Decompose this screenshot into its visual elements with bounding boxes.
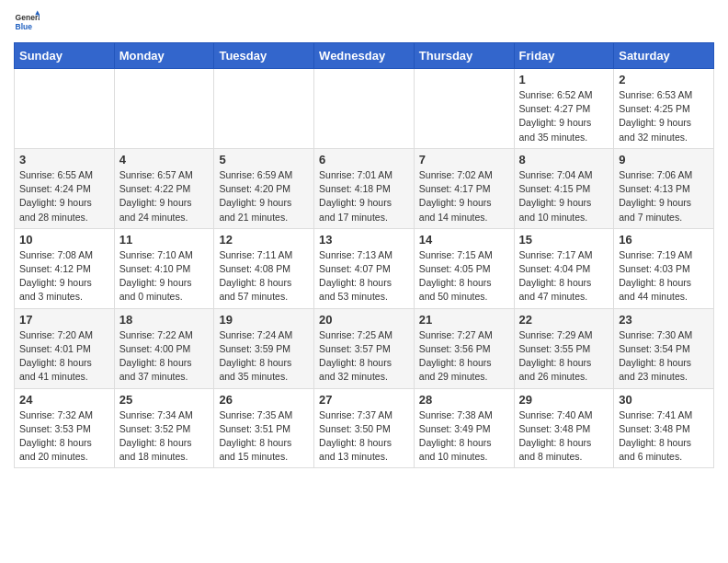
logo-icon: General Blue: [14, 9, 40, 35]
week-row-4: 17Sunrise: 7:20 AM Sunset: 4:01 PM Dayli…: [15, 308, 714, 388]
logo: General Blue: [14, 9, 41, 35]
day-number: 6: [319, 153, 409, 167]
day-number: 3: [19, 153, 109, 167]
day-number: 27: [319, 393, 409, 407]
calendar-cell: 18Sunrise: 7:22 AM Sunset: 4:00 PM Dayli…: [114, 308, 214, 388]
calendar-cell: 3Sunrise: 6:55 AM Sunset: 4:24 PM Daylig…: [15, 148, 115, 228]
day-number: 16: [619, 233, 709, 247]
day-number: 26: [219, 393, 309, 407]
week-row-2: 3Sunrise: 6:55 AM Sunset: 4:24 PM Daylig…: [15, 148, 714, 228]
day-info: Sunrise: 7:38 AM Sunset: 3:49 PM Dayligh…: [419, 408, 509, 465]
calendar-cell: 6Sunrise: 7:01 AM Sunset: 4:18 PM Daylig…: [314, 148, 415, 228]
day-info: Sunrise: 7:32 AM Sunset: 3:53 PM Dayligh…: [19, 408, 109, 465]
calendar-cell: [214, 69, 314, 149]
calendar-cell: 11Sunrise: 7:10 AM Sunset: 4:10 PM Dayli…: [114, 228, 214, 308]
svg-text:Blue: Blue: [16, 22, 33, 31]
calendar-cell: [414, 69, 514, 149]
day-number: 2: [619, 73, 709, 86]
weekday-header-wednesday: Wednesday: [314, 43, 415, 69]
day-number: 4: [119, 153, 210, 167]
day-info: Sunrise: 6:57 AM Sunset: 4:22 PM Dayligh…: [119, 168, 210, 224]
day-number: 18: [119, 313, 210, 327]
day-info: Sunrise: 7:27 AM Sunset: 3:56 PM Dayligh…: [419, 328, 509, 385]
calendar-cell: 20Sunrise: 7:25 AM Sunset: 3:57 PM Dayli…: [314, 308, 415, 388]
calendar-cell: 22Sunrise: 7:29 AM Sunset: 3:55 PM Dayli…: [514, 308, 614, 388]
day-info: Sunrise: 7:37 AM Sunset: 3:50 PM Dayligh…: [319, 408, 409, 465]
day-info: Sunrise: 7:06 AM Sunset: 4:13 PM Dayligh…: [619, 168, 709, 224]
calendar-cell: 2Sunrise: 6:53 AM Sunset: 4:25 PM Daylig…: [614, 69, 714, 149]
calendar-cell: 13Sunrise: 7:13 AM Sunset: 4:07 PM Dayli…: [314, 228, 415, 308]
calendar-cell: 27Sunrise: 7:37 AM Sunset: 3:50 PM Dayli…: [314, 388, 415, 468]
day-info: Sunrise: 7:22 AM Sunset: 4:00 PM Dayligh…: [119, 328, 210, 385]
weekday-header-sunday: Sunday: [15, 43, 115, 69]
day-number: 29: [519, 393, 609, 407]
day-info: Sunrise: 7:41 AM Sunset: 3:48 PM Dayligh…: [619, 408, 709, 465]
day-number: 17: [19, 313, 109, 327]
day-number: 25: [119, 393, 210, 407]
weekday-header-friday: Friday: [514, 43, 614, 69]
calendar-cell: 21Sunrise: 7:27 AM Sunset: 3:56 PM Dayli…: [414, 308, 514, 388]
day-number: 14: [419, 233, 509, 247]
header: General Blue: [14, 9, 714, 35]
day-info: Sunrise: 7:19 AM Sunset: 4:03 PM Dayligh…: [619, 248, 709, 304]
day-number: 10: [19, 233, 109, 247]
week-row-3: 10Sunrise: 7:08 AM Sunset: 4:12 PM Dayli…: [15, 228, 714, 308]
day-number: 15: [519, 233, 609, 247]
day-info: Sunrise: 7:29 AM Sunset: 3:55 PM Dayligh…: [519, 328, 609, 385]
calendar-cell: 1Sunrise: 6:52 AM Sunset: 4:27 PM Daylig…: [514, 69, 614, 149]
day-number: 1: [519, 73, 609, 86]
day-info: Sunrise: 7:02 AM Sunset: 4:17 PM Dayligh…: [419, 168, 509, 224]
calendar-cell: 7Sunrise: 7:02 AM Sunset: 4:17 PM Daylig…: [414, 148, 514, 228]
calendar-cell: 28Sunrise: 7:38 AM Sunset: 3:49 PM Dayli…: [414, 388, 514, 468]
calendar-cell: 17Sunrise: 7:20 AM Sunset: 4:01 PM Dayli…: [15, 308, 115, 388]
calendar-cell: 12Sunrise: 7:11 AM Sunset: 4:08 PM Dayli…: [214, 228, 314, 308]
day-number: 8: [519, 153, 609, 167]
calendar-cell: [114, 69, 214, 149]
day-number: 12: [219, 233, 309, 247]
calendar-cell: 8Sunrise: 7:04 AM Sunset: 4:15 PM Daylig…: [514, 148, 614, 228]
day-info: Sunrise: 7:08 AM Sunset: 4:12 PM Dayligh…: [19, 248, 109, 304]
day-number: 28: [419, 393, 509, 407]
day-info: Sunrise: 7:15 AM Sunset: 4:05 PM Dayligh…: [419, 248, 509, 304]
day-number: 20: [319, 313, 409, 327]
day-info: Sunrise: 7:20 AM Sunset: 4:01 PM Dayligh…: [19, 328, 109, 385]
calendar-cell: 30Sunrise: 7:41 AM Sunset: 3:48 PM Dayli…: [614, 388, 714, 468]
day-number: 30: [619, 393, 709, 407]
calendar-cell: 10Sunrise: 7:08 AM Sunset: 4:12 PM Dayli…: [15, 228, 115, 308]
weekday-header-monday: Monday: [114, 43, 214, 69]
day-number: 23: [619, 313, 709, 327]
weekday-header-row: SundayMondayTuesdayWednesdayThursdayFrid…: [15, 43, 714, 69]
weekday-header-saturday: Saturday: [614, 43, 714, 69]
day-info: Sunrise: 7:24 AM Sunset: 3:59 PM Dayligh…: [219, 328, 309, 385]
day-number: 19: [219, 313, 309, 327]
calendar-cell: [15, 69, 115, 149]
week-row-1: 1Sunrise: 6:52 AM Sunset: 4:27 PM Daylig…: [15, 69, 714, 149]
calendar-cell: 29Sunrise: 7:40 AM Sunset: 3:48 PM Dayli…: [514, 388, 614, 468]
day-number: 13: [319, 233, 409, 247]
day-info: Sunrise: 7:04 AM Sunset: 4:15 PM Dayligh…: [519, 168, 609, 224]
calendar-cell: 14Sunrise: 7:15 AM Sunset: 4:05 PM Dayli…: [414, 228, 514, 308]
day-info: Sunrise: 7:10 AM Sunset: 4:10 PM Dayligh…: [119, 248, 210, 304]
day-info: Sunrise: 6:53 AM Sunset: 4:25 PM Dayligh…: [619, 88, 709, 144]
calendar-cell: 9Sunrise: 7:06 AM Sunset: 4:13 PM Daylig…: [614, 148, 714, 228]
calendar-cell: 15Sunrise: 7:17 AM Sunset: 4:04 PM Dayli…: [514, 228, 614, 308]
weekday-header-tuesday: Tuesday: [214, 43, 314, 69]
calendar-cell: 23Sunrise: 7:30 AM Sunset: 3:54 PM Dayli…: [614, 308, 714, 388]
day-number: 7: [419, 153, 509, 167]
day-info: Sunrise: 7:13 AM Sunset: 4:07 PM Dayligh…: [319, 248, 409, 304]
day-info: Sunrise: 7:30 AM Sunset: 3:54 PM Dayligh…: [619, 328, 709, 385]
calendar-cell: 24Sunrise: 7:32 AM Sunset: 3:53 PM Dayli…: [15, 388, 115, 468]
calendar-cell: [314, 69, 415, 149]
day-info: Sunrise: 7:34 AM Sunset: 3:52 PM Dayligh…: [119, 408, 210, 465]
calendar-cell: 19Sunrise: 7:24 AM Sunset: 3:59 PM Dayli…: [214, 308, 314, 388]
calendar-cell: 4Sunrise: 6:57 AM Sunset: 4:22 PM Daylig…: [114, 148, 214, 228]
day-number: 5: [219, 153, 309, 167]
day-info: Sunrise: 7:11 AM Sunset: 4:08 PM Dayligh…: [219, 248, 309, 304]
calendar-cell: 25Sunrise: 7:34 AM Sunset: 3:52 PM Dayli…: [114, 388, 214, 468]
day-info: Sunrise: 7:01 AM Sunset: 4:18 PM Dayligh…: [319, 168, 409, 224]
day-number: 24: [19, 393, 109, 407]
calendar-cell: 5Sunrise: 6:59 AM Sunset: 4:20 PM Daylig…: [214, 148, 314, 228]
day-info: Sunrise: 6:52 AM Sunset: 4:27 PM Dayligh…: [519, 88, 609, 144]
day-info: Sunrise: 7:40 AM Sunset: 3:48 PM Dayligh…: [519, 408, 609, 465]
day-info: Sunrise: 6:59 AM Sunset: 4:20 PM Dayligh…: [219, 168, 309, 224]
